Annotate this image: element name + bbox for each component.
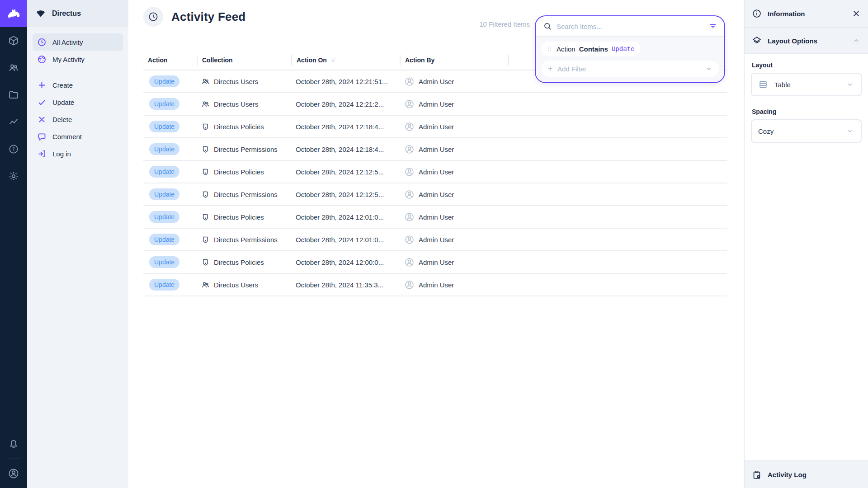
collection-name: Directus Policies xyxy=(214,213,264,221)
collection-name: Directus Policies xyxy=(214,258,264,266)
nav-item-label: All Activity xyxy=(52,38,83,46)
filter-field[interactable]: Action xyxy=(557,45,576,53)
action-badge: Update xyxy=(149,256,179,268)
account-button[interactable] xyxy=(0,462,27,485)
nav-item-label: Log in xyxy=(52,150,71,158)
activity-log-label: Activity Log xyxy=(768,471,807,479)
nav-item-comment[interactable]: Comment xyxy=(33,128,123,145)
column-label: Action xyxy=(148,56,168,64)
table-row[interactable]: Update Directus Policies October 28th, 2… xyxy=(143,251,727,274)
table-row[interactable]: Update Directus Permissions October 28th… xyxy=(143,229,727,251)
nav-divider xyxy=(33,72,123,72)
notifications-bell-icon xyxy=(8,439,19,450)
action-on-value: October 28th, 2024 12:01:0... xyxy=(296,213,384,221)
collection-name: Directus Permissions xyxy=(214,145,278,153)
nav-item-label: Comment xyxy=(52,133,82,141)
layout-options-section-header[interactable]: Layout Options xyxy=(745,27,868,53)
info-icon xyxy=(752,9,762,19)
table-row[interactable]: Update Directus Policies October 28th, 2… xyxy=(143,161,727,183)
table-row[interactable]: Update Directus Permissions October 28th… xyxy=(143,138,727,161)
action-badge: Update xyxy=(149,121,179,132)
spacing-select[interactable]: Cozy xyxy=(751,119,862,143)
nav-item-label: Delete xyxy=(52,116,72,123)
comment-icon xyxy=(37,132,47,141)
module-content-button[interactable] xyxy=(0,27,27,54)
module-settings-button[interactable] xyxy=(0,163,27,190)
table-row[interactable]: Update Directus Permissions October 28th… xyxy=(143,183,727,206)
table-body: Update Directus Users October 28th, 2024… xyxy=(143,70,727,296)
search-bar[interactable] xyxy=(536,16,724,36)
policy-collection-icon xyxy=(201,122,210,131)
policy-collection-icon xyxy=(201,235,210,244)
activity-log-button[interactable]: Activity Log xyxy=(745,460,868,488)
nav-item-delete[interactable]: Delete xyxy=(33,111,123,128)
sidebar-close-button[interactable] xyxy=(852,9,861,18)
add-filter-chevron[interactable] xyxy=(704,64,713,73)
module-docs-button[interactable]: ? xyxy=(0,136,27,163)
svg-text:?: ? xyxy=(12,146,15,152)
module-files-button[interactable] xyxy=(0,81,27,108)
collection-name: Directus Users xyxy=(214,281,258,289)
module-bar: ? xyxy=(0,0,27,488)
layout-field-label: Layout xyxy=(752,61,862,69)
policy-collection-icon xyxy=(201,213,210,221)
collection-name: Directus Policies xyxy=(214,168,264,176)
column-header-action-by[interactable]: Action By xyxy=(400,55,508,66)
action-by-value: Admin User xyxy=(419,78,454,85)
users-icon xyxy=(8,62,19,73)
table-row[interactable]: Update Directus Policies October 28th, 2… xyxy=(143,206,727,229)
drag-handle-icon[interactable] xyxy=(546,45,553,53)
filter-toggle-button[interactable] xyxy=(708,21,718,31)
search-input[interactable] xyxy=(557,23,703,30)
chevron-down-icon xyxy=(704,64,713,73)
action-badge: Update xyxy=(149,98,179,110)
filtered-items-count: 10 Filtered Items xyxy=(479,20,530,28)
action-by-value: Admin User xyxy=(419,258,454,266)
action-on-value: October 28th, 2024 12:18:4... xyxy=(296,145,384,153)
action-badge: Update xyxy=(149,188,179,200)
clock-icon xyxy=(37,38,47,47)
table-row[interactable]: Update Directus Users October 28th, 2024… xyxy=(143,93,727,116)
search-icon xyxy=(543,22,552,31)
column-header-collection[interactable]: Collection xyxy=(197,55,291,66)
project-name: Directus xyxy=(52,9,81,18)
action-by-value: Admin User xyxy=(419,213,454,221)
layout-select[interactable]: Table xyxy=(751,73,862,96)
column-header-action[interactable]: Action xyxy=(143,55,197,66)
module-insights-button[interactable] xyxy=(0,108,27,136)
page-icon-button[interactable] xyxy=(143,7,163,27)
layout-options-label: Layout Options xyxy=(768,37,846,45)
project-switcher[interactable]: Directus xyxy=(27,0,128,27)
collection-name: Directus Users xyxy=(214,100,258,108)
action-on-value: October 28th, 2024 12:12:5... xyxy=(296,168,384,176)
filter-rule-chip[interactable]: Action Contains Update xyxy=(541,42,641,56)
table-row[interactable]: Update Directus Users October 28th, 2024… xyxy=(143,274,727,296)
collection-name: Directus Permissions xyxy=(214,191,278,198)
nav-item-update[interactable]: Update xyxy=(33,94,123,111)
nav-item-my-activity[interactable]: My Activity xyxy=(33,51,123,68)
notifications-button[interactable] xyxy=(0,432,27,456)
column-header-action-on[interactable]: Action On xyxy=(291,55,400,66)
add-filter-button[interactable]: Add Filter xyxy=(541,61,719,77)
nav-list: All Activity My Activity Create Update xyxy=(27,27,128,162)
column-label: Action By xyxy=(405,56,434,64)
action-by-value: Admin User xyxy=(419,123,454,131)
help-question-icon: ? xyxy=(8,144,19,155)
nav-item-create[interactable]: Create xyxy=(33,76,123,94)
nav-item-login[interactable]: Log in xyxy=(33,145,123,162)
nav-item-all-activity[interactable]: All Activity xyxy=(33,33,123,51)
directus-logo-button[interactable] xyxy=(0,0,27,27)
policy-collection-icon xyxy=(201,258,210,267)
table-row[interactable]: Update Directus Policies October 28th, 2… xyxy=(143,116,727,138)
filter-value[interactable]: Update xyxy=(612,45,635,52)
module-users-button[interactable] xyxy=(0,54,27,81)
filter-operator[interactable]: Contains xyxy=(579,45,608,53)
collection-name: Directus Policies xyxy=(214,123,264,131)
action-on-value: October 28th, 2024 12:21:2... xyxy=(296,100,384,108)
spacing-select-value: Cozy xyxy=(758,127,839,135)
action-on-value: October 28th, 2024 12:01:0... xyxy=(296,236,384,244)
page-title: Activity Feed xyxy=(171,10,245,24)
spacing-field-label: Spacing xyxy=(752,108,862,115)
chevron-up-icon[interactable] xyxy=(852,36,861,45)
users-collection-icon xyxy=(201,281,210,289)
